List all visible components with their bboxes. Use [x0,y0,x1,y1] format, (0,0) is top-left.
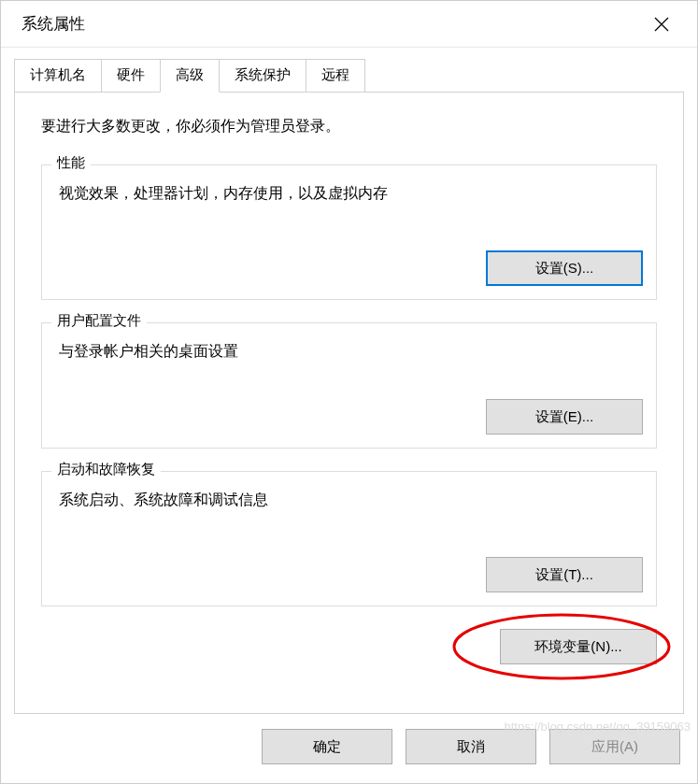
apply-button[interactable]: 应用(A) [549,729,680,764]
tab-content-advanced: 要进行大多数更改，你必须作为管理员登录。 性能 视觉效果，处理器计划，内存使用，… [14,92,684,714]
tab-system-protection[interactable]: 系统保护 [219,59,306,92]
dialog-title: 系统属性 [21,13,85,35]
admin-note: 要进行大多数更改，你必须作为管理员登录。 [41,117,657,136]
tab-remote[interactable]: 远程 [306,59,365,92]
group-performance: 性能 视觉效果，处理器计划，内存使用，以及虚拟内存 设置(S)... [41,164,657,300]
userprofile-settings-button[interactable]: 设置(E)... [486,399,643,435]
startup-settings-button[interactable]: 设置(T)... [486,557,643,592]
tab-computer-name[interactable]: 计算机名 [14,59,102,92]
group-userprofile-desc: 与登录帐户相关的桌面设置 [55,342,643,362]
system-properties-dialog: 系统属性 计算机名 硬件 高级 系统保护 远程 要进行大多数更改，你必须作为管理… [0,0,698,784]
group-performance-button-row: 设置(S)... [55,250,643,286]
ok-button[interactable]: 确定 [262,729,392,764]
group-startup-button-row: 设置(T)... [55,557,643,592]
x-icon [653,16,670,33]
environment-variables-button[interactable]: 环境变量(N)... [500,629,657,664]
group-userprofile-title: 用户配置文件 [51,312,147,330]
group-userprofile: 用户配置文件 与登录帐户相关的桌面设置 设置(E)... [41,322,657,449]
tab-hardware[interactable]: 硬件 [101,59,161,92]
bottom-button-row: 确定 取消 应用(A) [1,714,697,783]
group-startup-title: 启动和故障恢复 [51,461,161,478]
cancel-button[interactable]: 取消 [406,729,536,764]
titlebar: 系统属性 [1,1,697,48]
tab-advanced[interactable]: 高级 [160,59,220,93]
tab-row: 计算机名 硬件 高级 系统保护 远程 [1,48,697,92]
group-performance-desc: 视觉效果，处理器计划，内存使用，以及虚拟内存 [55,184,643,204]
group-startup: 启动和故障恢复 系统启动、系统故障和调试信息 设置(T)... [41,471,657,606]
group-performance-title: 性能 [51,154,91,172]
group-userprofile-button-row: 设置(E)... [55,399,643,435]
performance-settings-button[interactable]: 设置(S)... [486,250,643,286]
close-icon[interactable] [643,6,680,43]
env-button-row: 环境变量(N)... [41,629,657,664]
group-startup-desc: 系统启动、系统故障和调试信息 [55,491,643,510]
